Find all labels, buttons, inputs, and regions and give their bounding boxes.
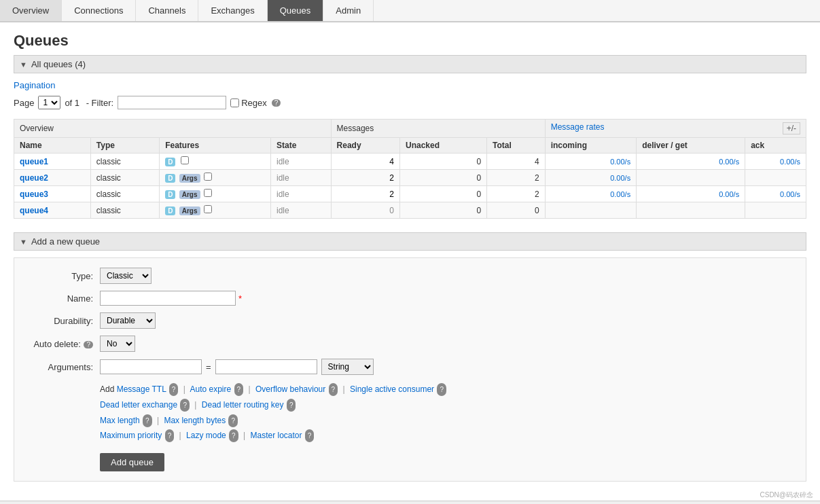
arrow-icon: ▼: [20, 60, 27, 69]
name-label: Name:: [25, 293, 100, 304]
link-lazy-mode[interactable]: Lazy mode: [186, 431, 226, 440]
queue-name-link[interactable]: queue1: [20, 157, 48, 166]
dead-letter-routing-help[interactable]: ?: [287, 399, 296, 412]
arg-equals: =: [206, 362, 211, 372]
durability-select[interactable]: Durable Transient: [100, 312, 156, 329]
cell-type: classic: [90, 186, 159, 202]
th-ready: Ready: [331, 138, 399, 154]
link-master-locator[interactable]: Master locator: [250, 431, 302, 440]
link-msg-ttl[interactable]: Message TTL: [117, 384, 166, 394]
auto-expire-help[interactable]: ?: [234, 383, 244, 396]
table-row: queue3 classic D Args idle 2 0 2 0.00/s …: [14, 186, 806, 202]
form-row-durability: Durability: Durable Transient: [25, 312, 795, 329]
cell-incoming: 0.00/s: [545, 154, 636, 170]
page-select[interactable]: 1: [38, 96, 60, 109]
cell-deliver-get: 0.00/s: [637, 154, 745, 170]
cell-ack: 0.00/s: [745, 154, 806, 170]
link-max-length-bytes[interactable]: Max length bytes: [164, 416, 226, 425]
cell-total: 2: [487, 186, 546, 202]
cell-total: 4: [487, 154, 546, 170]
queue-name-link[interactable]: queue3: [20, 190, 48, 199]
link-dead-letter-exchange[interactable]: Dead letter exchange: [100, 400, 177, 410]
col-group-rates: Message rates +/-: [545, 120, 806, 138]
nav-overview[interactable]: Overview: [0, 0, 62, 21]
nav-admin[interactable]: Admin: [323, 0, 374, 21]
overflow-help[interactable]: ?: [329, 383, 338, 396]
cell-type: classic: [90, 202, 159, 219]
th-incoming: incoming: [545, 138, 636, 154]
cell-type: classic: [90, 170, 159, 186]
cell-ack: [745, 170, 806, 186]
regex-label[interactable]: Regex: [230, 98, 267, 108]
lazy-mode-help[interactable]: ?: [229, 429, 238, 442]
cell-unacked: 0: [399, 154, 486, 170]
cell-features: D: [160, 154, 271, 170]
dead-letter-exchange-help[interactable]: ?: [180, 399, 190, 412]
pagination-row: Page 1 of 1 - Filter: Regex ?: [14, 96, 806, 109]
arg-row: = String Number Boolean: [100, 359, 374, 375]
table-row: queue1 classic D idle 4 0 4 0.00/s 0.00/…: [14, 154, 806, 170]
queue-name-link[interactable]: queue2: [20, 173, 48, 183]
auto-delete-select[interactable]: No Yes: [100, 336, 135, 352]
max-priority-help[interactable]: ?: [165, 429, 175, 442]
cell-features: D Args: [160, 186, 271, 202]
link-single-active[interactable]: Single active consumer: [350, 384, 434, 394]
nav-connections[interactable]: Connections: [62, 0, 136, 21]
feature-checkbox[interactable]: [204, 189, 212, 197]
nav-exchanges[interactable]: Exchanges: [198, 0, 267, 21]
cell-state: idle: [271, 154, 332, 170]
all-queues-header[interactable]: ▼ All queues (4): [14, 55, 806, 73]
feature-checkbox[interactable]: [181, 156, 189, 164]
auto-delete-label: Auto delete: ?: [25, 339, 100, 349]
nav-channels[interactable]: Channels: [136, 0, 198, 21]
type-label: Type:: [25, 271, 100, 281]
plus-minus-btn[interactable]: +/-: [783, 122, 800, 134]
cell-total: 2: [487, 170, 546, 186]
th-deliver-get: deliver / get: [637, 138, 745, 154]
cell-state: idle: [271, 202, 332, 219]
cell-unacked: 0: [399, 170, 486, 186]
page-title: Queues: [14, 32, 806, 50]
link-max-length[interactable]: Max length: [100, 416, 140, 425]
form-row-type: Type: Classic Quorum: [25, 268, 795, 284]
cell-name: queue1: [14, 154, 91, 170]
nav-queues[interactable]: Queues: [268, 0, 324, 21]
page-of: of 1: [65, 98, 79, 108]
add-queue-header[interactable]: ▼ Add a new queue: [14, 232, 806, 251]
link-overflow[interactable]: Overflow behaviour: [255, 384, 325, 394]
submit-row: Add queue: [25, 453, 795, 471]
args-badge[interactable]: Args: [179, 174, 200, 183]
arg-key-input[interactable]: [100, 359, 202, 374]
page-label: Page: [14, 98, 34, 108]
footer: HTTP APIServer DocsTutorialsCommunity Su…: [0, 501, 820, 504]
th-state: State: [271, 138, 332, 154]
feature-checkbox[interactable]: [204, 173, 212, 181]
feature-checkbox[interactable]: [204, 205, 212, 213]
arg-value-input[interactable]: [215, 359, 317, 374]
regex-text: Regex: [241, 98, 267, 108]
auto-delete-help-badge[interactable]: ?: [84, 341, 93, 348]
arg-type-select[interactable]: String Number Boolean: [321, 359, 374, 375]
cell-name: queue2: [14, 170, 91, 186]
max-length-bytes-help[interactable]: ?: [228, 414, 238, 427]
args-badge[interactable]: Args: [179, 190, 200, 199]
regex-help-badge[interactable]: ?: [272, 99, 281, 107]
cell-ack: [745, 202, 806, 219]
add-queue-button[interactable]: Add queue: [100, 453, 164, 471]
pagination-toggle[interactable]: Pagination: [14, 80, 55, 90]
link-dead-letter-routing[interactable]: Dead letter routing key: [202, 400, 284, 410]
queue-name-link[interactable]: queue4: [20, 206, 48, 215]
link-auto-expire[interactable]: Auto expire: [190, 384, 231, 394]
filter-input[interactable]: [118, 96, 226, 109]
max-length-help[interactable]: ?: [143, 414, 152, 427]
regex-checkbox[interactable]: [230, 98, 239, 107]
master-locator-help[interactable]: ?: [305, 429, 315, 442]
col-group-messages: Messages: [331, 120, 545, 138]
queues-table: Overview Messages Message rates +/- Name…: [14, 119, 806, 219]
msg-ttl-help[interactable]: ?: [169, 383, 179, 396]
single-active-help[interactable]: ?: [437, 383, 446, 396]
args-badge[interactable]: Args: [179, 206, 200, 215]
type-select[interactable]: Classic Quorum: [100, 268, 151, 284]
link-max-priority[interactable]: Maximum priority: [100, 431, 162, 440]
name-input[interactable]: [100, 291, 236, 306]
